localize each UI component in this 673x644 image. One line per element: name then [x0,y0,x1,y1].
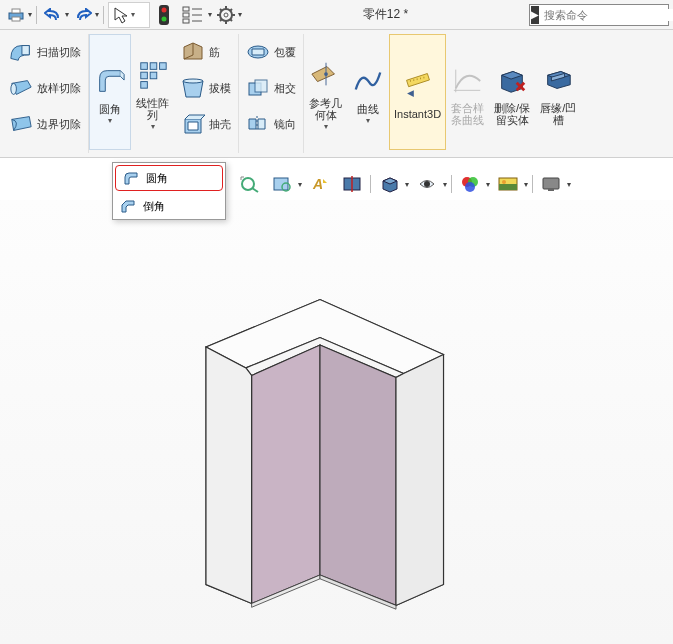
reference-geometry-icon [310,55,342,95]
mirror-icon [246,112,270,136]
edit-appearance-icon[interactable] [456,172,484,196]
svg-rect-1 [12,9,20,13]
dropdown-icon[interactable]: ▾ [405,180,409,189]
shell-label: 抽壳 [209,117,231,132]
svg-rect-28 [140,81,147,88]
separator [451,175,452,193]
boundary-cut-icon [9,112,33,136]
rib-label: 筋 [209,45,220,60]
document-title: 零件12 * [244,6,527,23]
print-button[interactable] [4,3,28,27]
svg-rect-2 [12,17,20,21]
linear-pattern-label: 线性阵 列 [136,97,169,121]
draft-button[interactable]: 拔模 [176,70,236,106]
search-input[interactable] [540,9,673,21]
fillet-button[interactable]: 圆角 ▾ [89,34,131,150]
reference-geometry-button[interactable]: 参考几 何体 ▾ [304,34,347,150]
svg-rect-24 [150,62,157,69]
wrap-button[interactable]: 包覆 [241,34,301,70]
loft-cut-button[interactable]: 放样切除 [4,70,86,106]
lip-groove-label: 唇缘/凹 槽 [540,102,576,126]
swept-cut-button[interactable]: 扫描切除 [4,34,86,70]
intersect-label: 相交 [274,81,296,96]
dropdown-chamfer-item[interactable]: 倒角 [113,193,225,219]
misc-group: 包覆 相交 镜向 [239,34,304,153]
svg-point-4 [162,7,167,12]
shell-button[interactable]: 抽壳 [176,106,236,142]
linear-pattern-button[interactable]: 线性阵 列 ▾ [131,34,174,150]
wrap-icon [246,40,270,64]
instant3d-icon [402,66,434,106]
undo-button[interactable] [41,3,65,27]
mirror-label: 镜向 [274,117,296,132]
settings-gear-icon[interactable] [214,3,238,27]
apply-scene-icon[interactable] [494,172,522,196]
quick-access-toolbar: ▾ ▾ ▾ ▾ ▾ ▾ 零件12 * ▶ [0,0,673,30]
redo-dropdown-icon[interactable]: ▾ [95,10,99,19]
composite-curve-button[interactable]: 套合样 条曲线 [446,34,489,150]
svg-point-29 [183,79,203,83]
instant3d-button[interactable]: Instant3D [389,34,446,150]
svg-point-52 [424,181,430,187]
graphics-viewport[interactable] [0,200,673,644]
separator [532,175,533,193]
svg-line-21 [220,19,222,21]
print-dropdown-icon[interactable]: ▾ [28,10,32,19]
fillet-label: 圆角 [99,103,121,115]
rib-button[interactable]: 筋 [176,34,236,70]
svg-rect-59 [543,178,559,189]
swept-cut-icon [9,40,33,64]
view-settings-icon[interactable] [537,172,565,196]
dynamic-annotation-icon[interactable]: A [306,172,334,196]
svg-rect-6 [183,7,189,11]
svg-line-46 [252,188,258,192]
dropdown-icon[interactable]: ▾ [567,180,571,189]
undo-dropdown-icon[interactable]: ▾ [65,10,69,19]
view-orientation-icon[interactable] [375,172,403,196]
3d-model[interactable] [170,252,470,632]
dropdown-fillet-item[interactable]: 圆角 [115,165,223,191]
selection-filter-group[interactable]: ▾ [108,2,150,28]
section-view-icon[interactable] [338,172,366,196]
traffic-light-icon[interactable] [152,3,176,27]
dropdown-fillet-label: 圆角 [146,171,168,186]
composite-curve-label: 套合样 条曲线 [451,102,484,126]
chevron-down-icon: ▾ [108,117,112,126]
separator [370,175,371,193]
fillet-small-icon [122,169,140,187]
dropdown-chamfer-label: 倒角 [143,199,165,214]
svg-rect-57 [499,184,517,190]
dropdown-icon[interactable]: ▾ [298,180,302,189]
mirror-button[interactable]: 镜向 [241,106,301,142]
wrap-label: 包覆 [274,45,296,60]
command-search[interactable]: ▶ [529,4,669,26]
dropdown-icon[interactable]: ▾ [524,180,528,189]
list-dropdown-icon[interactable]: ▾ [208,10,212,19]
search-run-icon: ▶ [531,6,539,24]
draft-icon [181,76,205,100]
dropdown-icon[interactable]: ▾ [443,180,447,189]
zoom-fit-icon[interactable] [236,172,264,196]
shell-icon [181,112,205,136]
svg-rect-32 [255,80,267,92]
intersect-button[interactable]: 相交 [241,70,301,106]
svg-rect-27 [150,72,157,79]
redo-button[interactable] [71,3,95,27]
chevron-down-icon: ▾ [366,117,370,126]
draft-label: 拔模 [209,81,231,96]
boundary-cut-button[interactable]: 边界切除 [4,106,86,142]
svg-line-20 [230,9,232,11]
curves-button[interactable]: 曲线 ▾ [347,34,389,150]
delete-keep-body-button[interactable]: 删除/保 留实体 [489,34,535,150]
separator [103,6,104,24]
list-options-icon[interactable] [178,3,208,27]
instant3d-label: Instant3D [394,108,441,120]
settings-dropdown-icon[interactable]: ▾ [238,10,242,19]
svg-point-55 [465,182,475,192]
zoom-area-icon[interactable] [268,172,296,196]
lip-groove-button[interactable]: 唇缘/凹 槽 [535,34,581,150]
display-style-icon[interactable] [413,172,441,196]
dropdown-icon[interactable]: ▾ [486,180,490,189]
svg-point-34 [324,72,328,76]
svg-rect-25 [159,62,166,69]
